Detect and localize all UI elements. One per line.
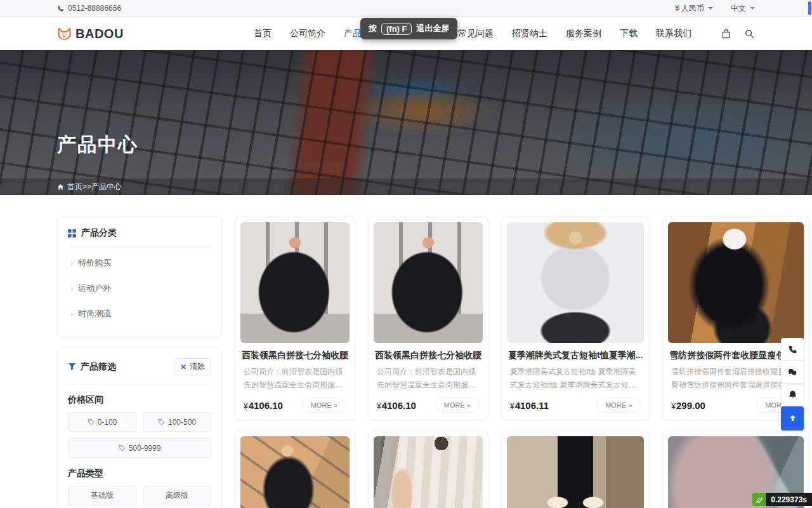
product-description: 夏季潮牌美式复古短袖t恤 夏季潮牌美式复古短袖t恤 夏季潮牌美式复古短袖t恤 — [510, 365, 641, 392]
breadcrumb-band: 首页>>产品中心 — [0, 178, 812, 195]
nav-item-cases[interactable]: 服务案例 — [566, 28, 601, 39]
product-image — [240, 222, 350, 343]
product-image — [374, 436, 483, 508]
product-card[interactable] — [235, 431, 355, 508]
clear-x-icon: ✕ — [180, 363, 187, 371]
currency-label: ¥ 人民币 — [675, 3, 704, 14]
page: 0512-88886666 ¥ 人民币 中文 — [0, 0, 812, 508]
breadcrumb-text: 首页>>产品中心 — [67, 182, 122, 192]
product-card[interactable]: 西装领黑白拼接七分袖收腰 公司简介：前沿智农是国内领先的智慧温室全生命周期服务商… — [235, 217, 355, 420]
chat-bubbles-icon — [787, 367, 797, 377]
chevron-right-icon: › — [70, 258, 73, 268]
home-icon — [57, 184, 64, 190]
bell-icon — [788, 390, 797, 399]
sidebar: 产品分类 ›特价购买 ›运动户外 ›时尚潮流 产品筛选 ✕ — [57, 217, 222, 508]
product-title: 西装领黑白拼接七分袖收腰 — [242, 350, 348, 361]
debug-badge[interactable]: 0.229373s — [752, 493, 812, 506]
main: 产品分类 ›特价购买 ›运动户外 ›时尚潮流 产品筛选 ✕ — [0, 195, 812, 508]
notification-button[interactable] — [781, 384, 804, 406]
logo-text: BADOU — [75, 27, 124, 41]
product-card[interactable] — [501, 431, 650, 508]
fox-logo-icon — [57, 27, 72, 41]
divider — [68, 384, 211, 384]
scrollbar-thumb[interactable] — [808, 1, 811, 15]
phone-icon — [57, 5, 64, 12]
product-image — [507, 222, 644, 343]
clear-filter-button[interactable]: ✕ 清除 — [174, 358, 211, 375]
filter-section-type-label: 产品类型 — [68, 468, 211, 479]
tag-icon — [119, 444, 126, 451]
product-price: ¥299.00 — [671, 400, 705, 411]
back-to-top-button[interactable] — [781, 406, 804, 431]
tag-icon — [158, 418, 165, 425]
caret-down-icon — [750, 7, 755, 10]
toast-key-badge: (fn) F — [381, 23, 412, 35]
filter-section-price-label: 价格区间 — [68, 394, 211, 406]
topbar: 0512-88886666 ¥ 人民币 中文 — [0, 0, 812, 17]
phone-contact-button[interactable] — [781, 338, 804, 361]
filter-title: 产品筛选 — [81, 361, 116, 373]
nav-menu: 首页 公司简介 产品中心 新闻中心 常见问题 招贤纳士 服务案例 下载 联系我们 — [254, 28, 691, 39]
breadcrumb[interactable]: 首页>>产品中心 — [57, 182, 755, 192]
language-label: 中文 — [731, 3, 746, 14]
product-description: 公司简介：前沿智农是国内领先的智慧温室全生命周期服务商，深耕BIM+GIS技..… — [244, 365, 346, 392]
nav-item-about[interactable]: 公司简介 — [290, 28, 325, 39]
product-image — [240, 436, 350, 508]
category-item-sale[interactable]: ›特价购买 — [68, 250, 211, 276]
product-description: 公司简介：前沿智农是国内领先的智慧温室全生命周期服务商，深耕BIM+GIS技..… — [377, 365, 480, 392]
more-button[interactable]: MORE » — [435, 398, 480, 413]
product-price: ¥4106.10 — [244, 400, 283, 411]
nav-item-jobs[interactable]: 招贤纳士 — [512, 28, 547, 39]
debug-time: 0.229373s — [766, 493, 812, 506]
phone-icon — [788, 345, 797, 354]
nav-item-faq[interactable]: 常见问题 — [458, 28, 494, 39]
product-card[interactable] — [368, 431, 488, 508]
chevron-right-icon: › — [70, 309, 73, 319]
caret-down-icon — [708, 7, 713, 10]
product-image — [374, 222, 483, 343]
divider — [68, 247, 211, 248]
language-select[interactable]: 中文 — [731, 3, 755, 14]
price-option-0-100[interactable]: 0-100 — [68, 412, 136, 432]
hero-banner: 产品中心 首页>>产品中心 — [0, 50, 812, 195]
category-title: 产品分类 — [81, 227, 117, 239]
nav-item-contact[interactable]: 联系我们 — [656, 28, 691, 39]
grid-icon — [68, 229, 76, 237]
category-card: 产品分类 ›特价购买 ›运动户外 ›时尚潮流 — [57, 217, 222, 337]
topbar-phone-number: 0512-88886666 — [68, 4, 121, 13]
nav-item-download[interactable]: 下载 — [620, 28, 638, 39]
topbar-phone: 0512-88886666 — [57, 4, 121, 13]
product-title: 西装领黑白拼接七分袖收腰 — [375, 350, 481, 361]
thinkphp-logo-icon — [752, 493, 766, 506]
category-item-fashion[interactable]: ›时尚潮流 — [68, 301, 211, 326]
search-button[interactable] — [744, 29, 755, 39]
logo[interactable]: BADOU — [57, 27, 124, 41]
product-title: 夏季潮牌美式复古短袖t恤夏季潮... — [508, 350, 643, 361]
product-card[interactable]: 夏季潮牌美式复古短袖t恤夏季潮... 夏季潮牌美式复古短袖t恤 夏季潮牌美式复古… — [501, 217, 650, 420]
fullscreen-exit-toast: 按 (fn) F 退出全屏 — [360, 18, 457, 39]
filter-card: 产品筛选 ✕ 清除 价格区间 0-100 — [57, 347, 222, 508]
type-option-advanced[interactable]: 高级版 — [143, 486, 211, 505]
more-button[interactable]: MORE » — [596, 398, 641, 413]
shopping-bag-icon — [721, 29, 731, 39]
category-item-outdoor[interactable]: ›运动户外 — [68, 276, 211, 301]
chevron-right-icon: › — [70, 284, 73, 293]
filter-icon — [68, 363, 76, 371]
price-option-100-500[interactable]: 100-500 — [143, 412, 211, 432]
product-grid: 西装领黑白拼接七分袖收腰 公司简介：前沿智农是国内领先的智慧温室全生命周期服务商… — [235, 217, 809, 508]
product-card[interactable]: 西装领黑白拼接七分袖收腰 公司简介：前沿智农是国内领先的智慧温室全生命周期服务商… — [368, 217, 488, 420]
chat-button[interactable] — [781, 361, 804, 384]
search-icon — [744, 29, 755, 39]
product-price: ¥4106.11 — [510, 400, 549, 411]
tag-icon — [88, 418, 95, 425]
floating-toolbar — [781, 338, 804, 431]
toast-prefix: 按 — [369, 23, 377, 34]
cart-button[interactable] — [721, 29, 731, 39]
toast-suffix: 退出全屏 — [416, 23, 449, 34]
more-button[interactable]: MORE » — [302, 398, 346, 413]
currency-select[interactable]: ¥ 人民币 — [675, 3, 713, 14]
type-option-basic[interactable]: 基础版 — [68, 486, 136, 505]
nav-item-home[interactable]: 首页 — [254, 28, 272, 39]
page-title: 产品中心 — [57, 132, 138, 158]
price-option-500-9999[interactable]: 500-9999 — [68, 438, 211, 458]
